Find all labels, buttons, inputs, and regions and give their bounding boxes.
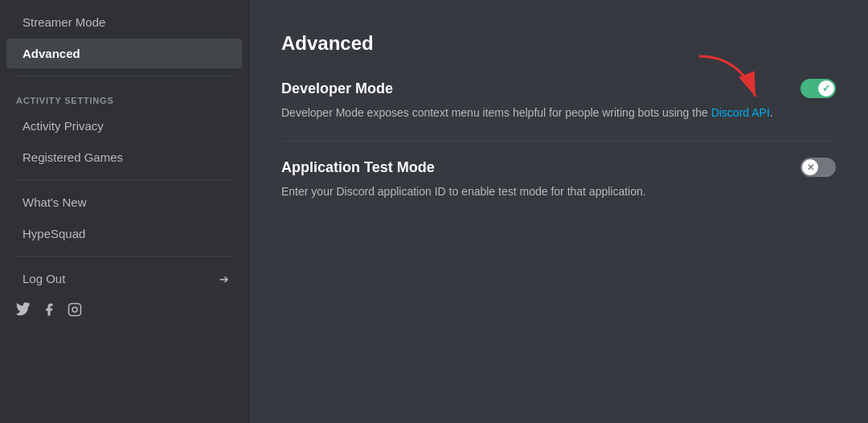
sidebar-item-logout[interactable]: Log Out ➔ (6, 264, 242, 294)
sidebar-item-label: Advanced (23, 47, 80, 60)
setting-divider (281, 141, 836, 142)
developer-mode-description: Developer Mode exposes context menu item… (281, 105, 780, 121)
sidebar-item-advanced[interactable]: Advanced (6, 39, 242, 68)
toggle-knob-off: ✕ (802, 159, 818, 175)
page-title: Advanced (281, 32, 836, 55)
sidebar-item-whats-new[interactable]: What's New (6, 187, 242, 217)
sidebar-divider-1 (16, 76, 232, 76)
svg-point-2 (78, 306, 79, 307)
sidebar-item-registered-games[interactable]: Registered Games (6, 142, 242, 172)
facebook-icon[interactable] (42, 302, 56, 321)
sidebar-item-streamer-mode[interactable]: Streamer Mode (6, 7, 242, 37)
logout-label: Log Out (23, 272, 65, 285)
sidebar-item-label: Registered Games (23, 150, 123, 164)
developer-mode-row: Developer Mode ✓ (281, 79, 836, 98)
main-content: Advanced Developer Mode ✓ Developer Mode… (249, 0, 868, 423)
svg-rect-0 (69, 304, 81, 316)
social-icons-bar (0, 294, 248, 329)
sidebar-divider-3 (16, 256, 232, 257)
sidebar-item-hypesquad[interactable]: HypeSquad (6, 219, 242, 248)
sidebar-divider-2 (16, 179, 232, 180)
developer-mode-label: Developer Mode (281, 80, 393, 97)
logout-arrow-icon: ➔ (219, 273, 229, 285)
sidebar-item-label: What's New (23, 195, 87, 209)
application-test-mode-toggle[interactable]: ✕ (800, 158, 836, 177)
sidebar-item-label: Activity Privacy (23, 119, 104, 133)
sidebar-item-label: Streamer Mode (23, 15, 105, 29)
developer-mode-toggle[interactable]: ✓ (800, 79, 836, 98)
toggle-knob: ✓ (818, 80, 834, 97)
sidebar-item-activity-privacy[interactable]: Activity Privacy (6, 111, 242, 141)
application-test-mode-row: Application Test Mode ✕ (281, 158, 836, 177)
instagram-icon[interactable] (68, 302, 82, 321)
toggle-check-icon: ✓ (822, 83, 830, 94)
twitter-icon[interactable] (16, 302, 31, 321)
application-test-mode-label: Application Test Mode (281, 159, 435, 176)
svg-point-1 (72, 307, 77, 312)
application-test-mode-description: Enter your Discord application ID to ena… (281, 183, 780, 200)
activity-settings-section-label: ACTIVITY SETTINGS (0, 83, 248, 110)
toggle-x-icon: ✕ (807, 162, 814, 173)
discord-api-link[interactable]: Discord API (711, 106, 770, 119)
sidebar-item-label: HypeSquad (23, 227, 85, 240)
sidebar: Streamer Mode Advanced ACTIVITY SETTINGS… (0, 0, 249, 423)
